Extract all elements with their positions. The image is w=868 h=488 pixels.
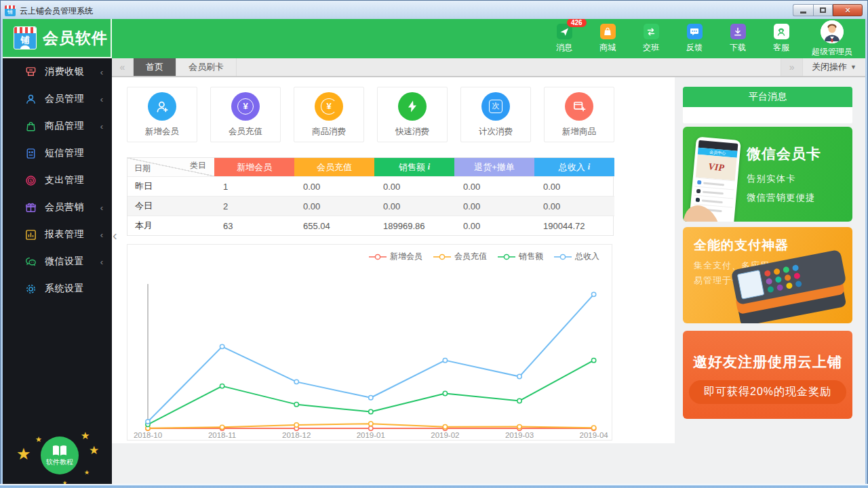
open-book-icon (52, 445, 68, 457)
sidebar-item-products[interactable]: 商品管理 ‹ (3, 113, 112, 140)
window-controls: ✕ (793, 4, 863, 16)
product-consume-button[interactable]: ¥ 商品消费 (294, 87, 364, 142)
sidebar-item-marketing[interactable]: 会员营销 ‹ (3, 194, 112, 221)
window-frame-bottom (0, 484, 868, 488)
person-icon (24, 93, 37, 106)
yen-arc-icon: ¥ (315, 92, 343, 121)
tabs-scroll-left[interactable]: « (112, 58, 134, 76)
invite-banner-title: 邀好友注册使用云上铺 (683, 331, 852, 371)
wechat-banner-line2: 微信营销更便捷 (747, 192, 821, 204)
admin-avatar (821, 20, 844, 43)
shop-icon-char: 铺 (14, 34, 36, 46)
sidebar-item-settings[interactable]: 系统设置 (3, 275, 112, 302)
maximize-button[interactable] (813, 4, 833, 16)
tab-home[interactable]: 首页 (134, 58, 176, 76)
window-title: 云上铺会员管理系统 (20, 5, 93, 17)
member-recharge-button[interactable]: ¥ 会员充值 (210, 87, 281, 142)
title-bar: 铺 云上铺会员管理系统 ✕ (0, 0, 868, 19)
app-frame: 铺 会员软件 426 消息 商城 (3, 19, 865, 484)
header-item-shift[interactable]: 交班 (629, 24, 673, 54)
sidebar-collapse-handle[interactable]: ‹ (113, 228, 117, 243)
chevron-left-icon: ‹ (100, 203, 103, 213)
star-decoration: ★ (16, 445, 31, 464)
table-corner-cell: 类目 日期 (127, 158, 214, 176)
close-button[interactable]: ✕ (833, 4, 863, 16)
admin-label: 超级管理员 (812, 46, 852, 58)
app-header: 铺 会员软件 426 消息 商城 (3, 19, 865, 58)
sidebar-item-reports[interactable]: 报表管理 ‹ (3, 221, 112, 248)
column-header-recharge: 会员充值 (294, 158, 374, 176)
header-item-download[interactable]: 下载 (716, 24, 760, 54)
count-consume-button[interactable]: 次 计次消费 (460, 87, 531, 142)
pos-machine-icon (24, 66, 37, 79)
svg-text:2018-12: 2018-12 (282, 431, 311, 439)
svg-text:2019-02: 2019-02 (431, 431, 459, 439)
star-decoration: ★ (84, 469, 90, 476)
info-icon[interactable]: i (588, 162, 590, 172)
chevron-down-icon: ▼ (850, 64, 856, 70)
table-row-yesterday: 昨日 1 0.00 0.00 0.00 0.00 (127, 176, 613, 196)
header-item-label: 消息 (556, 42, 572, 54)
close-icon: ✕ (844, 6, 850, 15)
invite-reward-button[interactable]: 即可获得20%的现金奖励 (689, 380, 846, 404)
wechat-banner-line1: 告别实体卡 (747, 173, 821, 185)
right-panel-column: 平台消息 会员中心 VIP 微信会员卡 (675, 77, 865, 484)
svg-text:2018-11: 2018-11 (208, 431, 236, 439)
line-chart[interactable]: 2018-102018-112018-122019-012019-022019-… (127, 245, 612, 441)
card-plus-icon (565, 92, 593, 121)
star-decoration: ★ (35, 435, 42, 444)
header-item-mall[interactable]: 商城 (586, 24, 629, 54)
add-member-button[interactable]: 新增会员 (127, 87, 197, 142)
header-item-service[interactable]: 客服 (760, 24, 803, 54)
shopping-bag-icon (600, 24, 616, 39)
tutorial-button[interactable]: 软件教程 (41, 436, 79, 474)
header-item-label: 反馈 (686, 42, 703, 54)
header-item-feedback[interactable]: 反馈 (673, 24, 716, 54)
sidebar-item-sms[interactable]: 短信管理 (3, 140, 112, 167)
sms-icon (24, 147, 37, 160)
close-operations-dropdown[interactable]: 关闭操作▼ (802, 58, 865, 76)
minimize-button[interactable] (793, 4, 813, 16)
table-row-this-month: 本月 63 655.04 189969.86 0.00 190044.72 (127, 216, 613, 235)
header-item-label: 商城 (599, 42, 616, 54)
table-row-today: 今日 2 0.00 0.00 0.00 0.00 (127, 196, 613, 216)
trend-chart-card: 新增会员会员充值销售额总收入 2018-102018-112018-122019… (127, 244, 612, 441)
swap-arrows-icon (644, 24, 659, 39)
dashboard-pane: ‹ 新增会员 ¥ 会员充值 ¥ 商品消费 (112, 77, 675, 443)
svg-text:$: $ (30, 178, 33, 182)
header-item-label: 下载 (730, 42, 746, 54)
payment-device-banner[interactable]: 全能的支付神器 集全支付、多应用 易管理于一身 (683, 227, 852, 323)
platform-message-panel[interactable]: 平台消息 (683, 87, 852, 123)
invite-banner[interactable]: 邀好友注册使用云上铺 即可获得20%的现金奖励 (683, 331, 852, 419)
info-icon[interactable]: i (428, 162, 430, 172)
pos-device-illustration (726, 254, 852, 322)
coin-icon: $ (24, 174, 37, 187)
sidebar-item-cashier[interactable]: 消费收银 ‹ (3, 58, 112, 85)
gear-icon (24, 283, 37, 296)
chevron-left-icon: ‹ (100, 257, 103, 267)
chat-bubble-icon (687, 24, 703, 39)
tabs-scroll-right[interactable]: » (781, 58, 802, 76)
column-header-new-members: 新增会员 (214, 158, 294, 176)
quick-actions: 新增会员 ¥ 会员充值 ¥ 商品消费 快速消费 (127, 87, 614, 142)
add-product-button[interactable]: 新增商品 (544, 87, 614, 142)
sidebar-item-members[interactable]: 会员管理 ‹ (3, 85, 112, 113)
content-area: ‹ 新增会员 ¥ 会员充值 ¥ 商品消费 (112, 77, 865, 484)
sidebar-item-expenses[interactable]: $ 支出管理 (3, 167, 112, 194)
headset-person-icon (774, 24, 789, 39)
wechat-banner-title: 微信会员卡 (747, 144, 821, 163)
tab-member-swipe[interactable]: 会员刷卡 (176, 58, 237, 76)
admin-menu[interactable]: 超级管理员 (803, 20, 861, 58)
svg-text:2019-04: 2019-04 (579, 431, 608, 439)
wechat-card-banner[interactable]: 会员中心 VIP 微信会员卡 告别实体卡 微信营销更便捷 (683, 127, 852, 222)
svg-text:2019-03: 2019-03 (505, 431, 534, 439)
tabbar-spacer (237, 58, 781, 76)
sidebar-item-wechat[interactable]: 微信设置 ‹ (3, 248, 112, 275)
star-decoration: ★ (89, 443, 99, 458)
column-header-refunds: 退货+撤单 (454, 158, 534, 176)
yen-circle-icon: ¥ (231, 92, 260, 121)
awning-decoration (14, 27, 36, 33)
header-item-messages[interactable]: 426 消息 (542, 24, 586, 54)
quick-consume-button[interactable]: 快速消费 (377, 87, 448, 142)
svg-text:2019-01: 2019-01 (357, 431, 385, 439)
